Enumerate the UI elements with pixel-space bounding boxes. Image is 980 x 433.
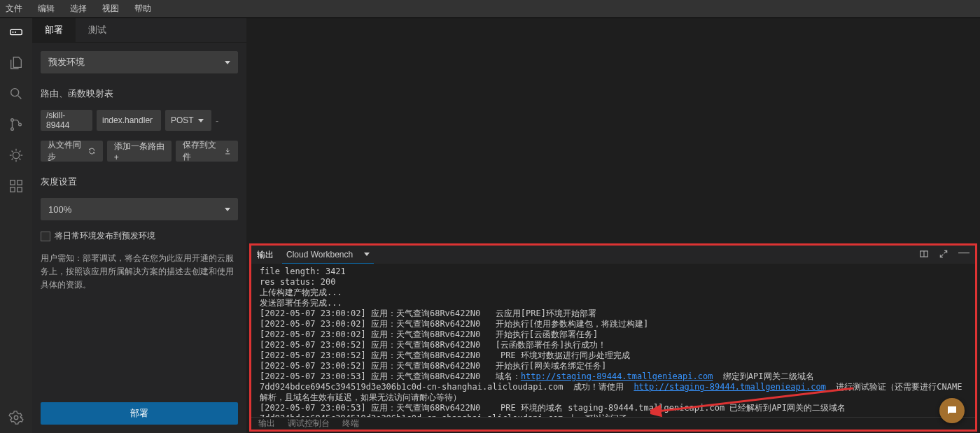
- files-icon[interactable]: [8, 55, 24, 71]
- log-line: [2022-05-07 23:00:52] 应用：天气查询68Rv6422N0 …: [260, 340, 606, 350]
- sync-from-file-button[interactable]: 从文件同步: [41, 141, 103, 162]
- env-select[interactable]: 预发环境: [41, 51, 238, 73]
- bottom-panel-tabs: 输出 调试控制台 终端: [251, 417, 975, 430]
- close-panel-icon[interactable]: —: [958, 249, 969, 261]
- output-log[interactable]: file length: 3421 res status: 200 上传构建产物…: [251, 264, 975, 417]
- chevron-down-icon: [225, 208, 230, 211]
- refresh-icon: [88, 147, 95, 155]
- output-panel: 输出 Cloud Workbench — file length: 3421 r…: [249, 243, 977, 432]
- log-line: [2022-05-07 23:00:02] 应用：天气查询68Rv6422N0 …: [260, 319, 648, 329]
- log-line: 发送部署任务完成...: [260, 298, 342, 308]
- svg-point-1: [11, 89, 19, 97]
- route-path-input[interactable]: /skill-89444: [41, 110, 92, 131]
- svg-point-4: [19, 123, 22, 126]
- bottom-tab-output[interactable]: 输出: [258, 418, 275, 430]
- publish-checkbox-row[interactable]: 将日常环境发布到预发环境: [41, 230, 238, 242]
- svg-rect-6: [10, 180, 15, 185]
- svg-point-5: [13, 152, 19, 158]
- menu-edit[interactable]: 编辑: [38, 3, 55, 15]
- log-line: [2022-05-07 23:00:52] 应用：天气查询68Rv6422N0 …: [260, 361, 606, 371]
- maximize-panel-icon[interactable]: [939, 249, 948, 261]
- log-line: [2022-05-07 23:00:02] 应用：天气查询68Rv6422N0 …: [260, 329, 598, 339]
- cloud-deploy-icon[interactable]: [8, 24, 24, 41]
- editor-area: 输出 Cloud Workbench — file length: 3421 r…: [246, 18, 980, 433]
- chevron-down-icon: [364, 253, 370, 256]
- log-line: [2022-05-07 23:00:52] 应用：天气查询68Rv6422N0 …: [260, 350, 630, 360]
- output-tab-label[interactable]: 输出: [257, 249, 274, 261]
- settings-gear-icon[interactable]: [8, 409, 24, 426]
- activity-bar: [0, 18, 32, 433]
- side-panel: 部署 测试 预发环境 路由、函数映射表 /skill-89444 index.h…: [32, 18, 246, 433]
- menu-view[interactable]: 视图: [102, 3, 119, 15]
- log-link[interactable]: http://staging-89444.tmallgenieapi.com: [634, 382, 826, 392]
- routes-section-title: 路由、函数映射表: [41, 87, 238, 100]
- output-channel-value: Cloud Workbench: [286, 250, 353, 260]
- gray-select-value: 100%: [48, 204, 71, 215]
- log-line: file length: 3421: [260, 267, 346, 276]
- log-line: [2022-05-07 23:00:02] 应用：天气查询68Rv6422N0 …: [260, 308, 596, 318]
- save-label: 保存到文件: [183, 139, 219, 163]
- menu-select[interactable]: 选择: [70, 3, 87, 15]
- search-icon[interactable]: [8, 85, 24, 102]
- route-method-select[interactable]: POST: [165, 110, 211, 131]
- download-icon: [224, 147, 231, 155]
- chevron-down-icon: [198, 119, 204, 122]
- deploy-button[interactable]: 部署: [41, 402, 238, 425]
- menu-help[interactable]: 帮助: [134, 3, 151, 15]
- svg-point-3: [11, 128, 14, 131]
- chat-fab-button[interactable]: [939, 398, 965, 423]
- output-channel-select[interactable]: Cloud Workbench: [282, 246, 374, 264]
- svg-point-2: [11, 119, 14, 122]
- route-buttons-row: 从文件同步 添加一条路由 + 保存到文件: [41, 141, 238, 162]
- source-control-icon[interactable]: [8, 116, 24, 133]
- log-line: [2022-05-07 23:00:53] 应用：天气查询68Rv6422N0 …: [260, 371, 521, 381]
- split-panel-icon[interactable]: [919, 249, 929, 261]
- svg-rect-8: [10, 187, 15, 192]
- log-line: [2022-05-07 23:00:53] 应用：天气查询68Rv6422N0 …: [260, 403, 850, 417]
- route-handler-input[interactable]: index.handler: [97, 110, 161, 131]
- log-link[interactable]: http://staging-89444.tmallgenieapi.com: [521, 371, 713, 381]
- svg-rect-9: [18, 187, 22, 192]
- tab-deploy[interactable]: 部署: [32, 18, 76, 42]
- tab-test[interactable]: 测试: [76, 18, 119, 42]
- bottom-tab-debug-console[interactable]: 调试控制台: [288, 418, 330, 430]
- bottom-tab-terminal[interactable]: 终端: [342, 418, 359, 430]
- gray-section-title: 灰度设置: [41, 176, 238, 188]
- log-line: 上传构建产物完成...: [260, 288, 342, 297]
- add-route-label: 添加一条路由 +: [114, 141, 165, 162]
- sync-label: 从文件同步: [48, 139, 84, 163]
- debug-icon[interactable]: [8, 147, 24, 164]
- extensions-icon[interactable]: [8, 178, 24, 194]
- publish-checkbox[interactable]: [41, 232, 50, 241]
- gray-select[interactable]: 100%: [41, 198, 238, 220]
- route-remove-button[interactable]: -: [216, 115, 218, 126]
- add-route-button[interactable]: 添加一条路由 +: [107, 141, 172, 162]
- chat-icon: [946, 404, 958, 417]
- route-method-value: POST: [171, 115, 194, 125]
- user-notice-text: 用户需知：部署调试，将会在您为此应用开通的云服务上，按照该应用所属解决方案的描述…: [41, 252, 238, 292]
- save-to-file-button[interactable]: 保存到文件: [176, 141, 238, 162]
- publish-checkbox-label: 将日常环境发布到预发环境: [55, 230, 155, 242]
- route-row: /skill-89444 index.handler POST -: [41, 110, 238, 131]
- svg-point-10: [14, 416, 18, 420]
- chevron-down-icon: [225, 61, 230, 64]
- env-select-value: 预发环境: [48, 56, 85, 69]
- deploy-panel: 预发环境 路由、函数映射表 /skill-89444 index.handler…: [32, 43, 246, 397]
- svg-rect-7: [18, 180, 22, 185]
- sidepanel-tabs: 部署 测试: [32, 18, 246, 43]
- menubar: 文件 编辑 选择 视图 帮助: [0, 0, 980, 18]
- log-line: res status: 200: [260, 277, 335, 287]
- output-panel-header: 输出 Cloud Workbench —: [251, 246, 975, 264]
- main-area: 部署 测试 预发环境 路由、函数映射表 /skill-89444 index.h…: [0, 18, 980, 433]
- menu-file[interactable]: 文件: [6, 3, 22, 15]
